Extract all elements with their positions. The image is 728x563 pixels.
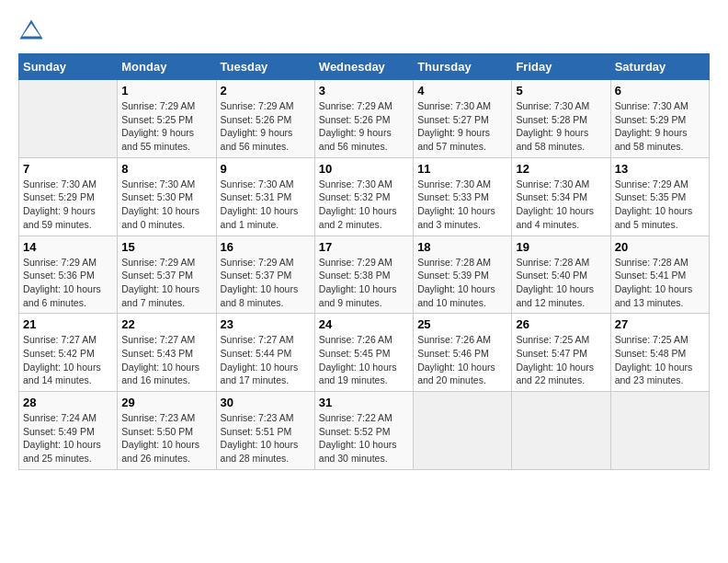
calendar-table: SundayMondayTuesdayWednesdayThursdayFrid… <box>18 53 710 470</box>
day-info: Sunrise: 7:29 AMSunset: 5:38 PMDaylight:… <box>319 256 409 310</box>
calendar-cell: 19 Sunrise: 7:28 AMSunset: 5:40 PMDaylig… <box>512 236 610 314</box>
calendar-week-row: 14 Sunrise: 7:29 AMSunset: 5:36 PMDaylig… <box>19 236 710 314</box>
day-info: Sunrise: 7:27 AMSunset: 5:44 PMDaylight:… <box>221 333 311 387</box>
day-number: 13 <box>615 162 705 176</box>
weekday-header-saturday: Saturday <box>610 54 709 80</box>
day-info: Sunrise: 7:27 AMSunset: 5:42 PMDaylight:… <box>23 333 113 387</box>
calendar-cell: 2 Sunrise: 7:29 AMSunset: 5:26 PMDayligh… <box>216 80 314 158</box>
calendar-cell: 28 Sunrise: 7:24 AMSunset: 5:49 PMDaylig… <box>19 392 118 470</box>
day-info: Sunrise: 7:30 AMSunset: 5:32 PMDaylight:… <box>319 178 409 232</box>
logo <box>18 18 48 44</box>
calendar-cell <box>512 392 610 470</box>
day-number: 3 <box>319 84 409 98</box>
calendar-cell: 5 Sunrise: 7:30 AMSunset: 5:28 PMDayligh… <box>512 80 610 158</box>
day-info: Sunrise: 7:24 AMSunset: 5:49 PMDaylight:… <box>23 411 113 465</box>
weekday-header-thursday: Thursday <box>414 54 512 80</box>
day-info: Sunrise: 7:26 AMSunset: 5:46 PMDaylight:… <box>417 333 507 387</box>
day-number: 6 <box>615 84 705 98</box>
calendar-cell: 7 Sunrise: 7:30 AMSunset: 5:29 PMDayligh… <box>19 157 118 236</box>
day-info: Sunrise: 7:23 AMSunset: 5:51 PMDaylight:… <box>221 411 311 465</box>
logo-icon <box>18 18 44 44</box>
day-info: Sunrise: 7:29 AMSunset: 5:35 PMDaylight:… <box>615 178 705 232</box>
day-number: 24 <box>319 317 409 331</box>
calendar-cell: 17 Sunrise: 7:29 AMSunset: 5:38 PMDaylig… <box>314 236 413 314</box>
calendar-cell <box>414 392 512 470</box>
day-info: Sunrise: 7:30 AMSunset: 5:31 PMDaylight:… <box>221 178 311 232</box>
weekday-header-tuesday: Tuesday <box>216 54 314 80</box>
weekday-header-wednesday: Wednesday <box>314 54 413 80</box>
day-number: 5 <box>516 84 606 98</box>
day-info: Sunrise: 7:30 AMSunset: 5:29 PMDaylight:… <box>615 99 705 154</box>
day-number: 11 <box>417 162 507 176</box>
day-number: 26 <box>516 317 606 331</box>
day-info: Sunrise: 7:30 AMSunset: 5:28 PMDaylight:… <box>516 99 606 154</box>
calendar-cell: 25 Sunrise: 7:26 AMSunset: 5:46 PMDaylig… <box>414 314 512 392</box>
day-info: Sunrise: 7:28 AMSunset: 5:41 PMDaylight:… <box>615 256 705 310</box>
calendar-cell: 16 Sunrise: 7:29 AMSunset: 5:37 PMDaylig… <box>216 236 314 314</box>
day-info: Sunrise: 7:30 AMSunset: 5:34 PMDaylight:… <box>516 178 606 232</box>
calendar-cell: 3 Sunrise: 7:29 AMSunset: 5:26 PMDayligh… <box>314 80 413 158</box>
calendar-week-row: 1 Sunrise: 7:29 AMSunset: 5:25 PMDayligh… <box>19 80 710 158</box>
weekday-header-sunday: Sunday <box>19 54 118 80</box>
calendar-cell <box>19 80 118 158</box>
day-info: Sunrise: 7:30 AMSunset: 5:30 PMDaylight:… <box>121 178 211 232</box>
day-info: Sunrise: 7:30 AMSunset: 5:29 PMDaylight:… <box>23 178 113 232</box>
day-number: 16 <box>221 240 311 254</box>
day-info: Sunrise: 7:29 AMSunset: 5:36 PMDaylight:… <box>23 256 113 310</box>
day-info: Sunrise: 7:25 AMSunset: 5:47 PMDaylight:… <box>516 333 606 387</box>
calendar-cell: 31 Sunrise: 7:22 AMSunset: 5:52 PMDaylig… <box>314 392 413 470</box>
calendar-cell: 14 Sunrise: 7:29 AMSunset: 5:36 PMDaylig… <box>19 236 118 314</box>
day-number: 4 <box>417 84 507 98</box>
calendar-cell: 9 Sunrise: 7:30 AMSunset: 5:31 PMDayligh… <box>216 157 314 236</box>
calendar-cell: 21 Sunrise: 7:27 AMSunset: 5:42 PMDaylig… <box>19 314 118 392</box>
calendar-cell: 23 Sunrise: 7:27 AMSunset: 5:44 PMDaylig… <box>216 314 314 392</box>
day-info: Sunrise: 7:29 AMSunset: 5:26 PMDaylight:… <box>319 99 409 154</box>
day-number: 10 <box>319 162 409 176</box>
calendar-cell: 22 Sunrise: 7:27 AMSunset: 5:43 PMDaylig… <box>118 314 216 392</box>
day-number: 9 <box>221 162 311 176</box>
page-header <box>18 18 710 44</box>
day-number: 12 <box>516 162 606 176</box>
calendar-week-row: 7 Sunrise: 7:30 AMSunset: 5:29 PMDayligh… <box>19 157 710 236</box>
day-number: 15 <box>121 240 211 254</box>
day-info: Sunrise: 7:23 AMSunset: 5:50 PMDaylight:… <box>121 411 211 465</box>
calendar-cell: 11 Sunrise: 7:30 AMSunset: 5:33 PMDaylig… <box>414 157 512 236</box>
day-number: 7 <box>23 162 113 176</box>
calendar-cell: 13 Sunrise: 7:29 AMSunset: 5:35 PMDaylig… <box>610 157 709 236</box>
day-number: 1 <box>121 84 211 98</box>
day-number: 19 <box>516 240 606 254</box>
calendar-cell: 15 Sunrise: 7:29 AMSunset: 5:37 PMDaylig… <box>118 236 216 314</box>
calendar-cell: 10 Sunrise: 7:30 AMSunset: 5:32 PMDaylig… <box>314 157 413 236</box>
day-number: 27 <box>615 317 705 331</box>
day-number: 17 <box>319 240 409 254</box>
day-number: 8 <box>121 162 211 176</box>
day-number: 18 <box>417 240 507 254</box>
day-info: Sunrise: 7:29 AMSunset: 5:37 PMDaylight:… <box>121 256 211 310</box>
day-number: 23 <box>221 317 311 331</box>
calendar-cell <box>610 392 709 470</box>
calendar-cell: 26 Sunrise: 7:25 AMSunset: 5:47 PMDaylig… <box>512 314 610 392</box>
day-number: 30 <box>221 396 311 409</box>
day-number: 21 <box>23 317 113 331</box>
calendar-cell: 18 Sunrise: 7:28 AMSunset: 5:39 PMDaylig… <box>414 236 512 314</box>
day-number: 20 <box>615 240 705 254</box>
day-info: Sunrise: 7:30 AMSunset: 5:33 PMDaylight:… <box>417 178 507 232</box>
calendar-cell: 4 Sunrise: 7:30 AMSunset: 5:27 PMDayligh… <box>414 80 512 158</box>
calendar-cell: 6 Sunrise: 7:30 AMSunset: 5:29 PMDayligh… <box>610 80 709 158</box>
svg-marker-1 <box>22 24 40 37</box>
day-info: Sunrise: 7:22 AMSunset: 5:52 PMDaylight:… <box>319 411 409 465</box>
day-info: Sunrise: 7:30 AMSunset: 5:27 PMDaylight:… <box>417 99 507 154</box>
day-info: Sunrise: 7:26 AMSunset: 5:45 PMDaylight:… <box>319 333 409 387</box>
calendar-cell: 27 Sunrise: 7:25 AMSunset: 5:48 PMDaylig… <box>610 314 709 392</box>
calendar-cell: 12 Sunrise: 7:30 AMSunset: 5:34 PMDaylig… <box>512 157 610 236</box>
calendar-cell: 1 Sunrise: 7:29 AMSunset: 5:25 PMDayligh… <box>118 80 216 158</box>
day-info: Sunrise: 7:27 AMSunset: 5:43 PMDaylight:… <box>121 333 211 387</box>
calendar-cell: 30 Sunrise: 7:23 AMSunset: 5:51 PMDaylig… <box>216 392 314 470</box>
day-info: Sunrise: 7:28 AMSunset: 5:40 PMDaylight:… <box>516 256 606 310</box>
day-info: Sunrise: 7:25 AMSunset: 5:48 PMDaylight:… <box>615 333 705 387</box>
day-number: 28 <box>23 396 113 409</box>
day-number: 25 <box>417 317 507 331</box>
calendar-cell: 20 Sunrise: 7:28 AMSunset: 5:41 PMDaylig… <box>610 236 709 314</box>
weekday-header-row: SundayMondayTuesdayWednesdayThursdayFrid… <box>19 54 710 80</box>
day-info: Sunrise: 7:29 AMSunset: 5:25 PMDaylight:… <box>121 99 211 154</box>
